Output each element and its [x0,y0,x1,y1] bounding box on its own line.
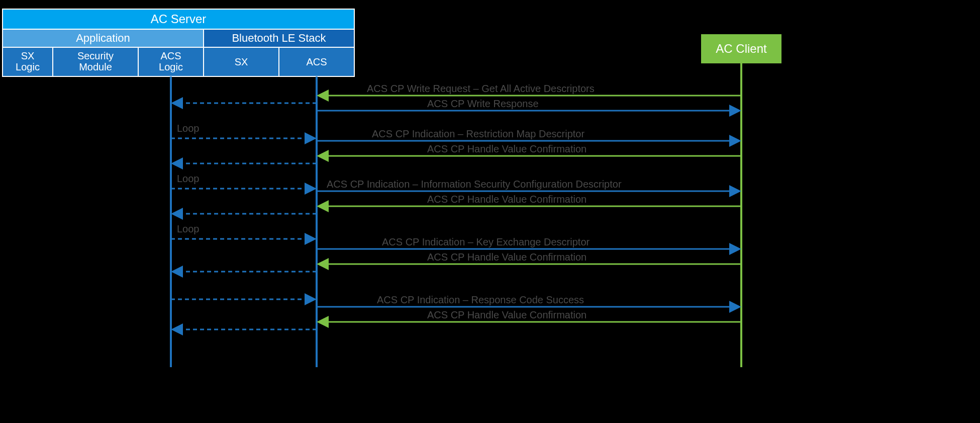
stack-title: Bluetooth LE Stack [232,32,326,44]
client-title: AC Client [716,42,767,55]
label-m2: ACS CP Write Response [427,98,539,109]
label-m5: ACS CP Indication – Information Security… [327,179,622,190]
loop-label-2: Loop [177,173,200,184]
slot-acs-logic-l1: ACS [160,50,181,61]
slot-sx-logic-l2: Logic [16,61,40,72]
label-m3: ACS CP Indication – Restriction Map Desc… [372,128,584,139]
label-m6: ACS CP Handle Value Confirmation [427,194,586,205]
slot-acs-label: ACS [306,56,327,67]
slot-sx-label: SX [235,56,248,67]
loop-label-1: Loop [177,123,200,134]
label-m8: ACS CP Handle Value Confirmation [427,251,586,263]
server-title: AC Server [151,12,207,26]
label-m1: ACS CP Write Request – Get All Active De… [367,83,595,94]
label-m4: ACS CP Handle Value Confirmation [427,143,586,154]
loop-label-3: Loop [177,223,200,234]
slot-sx-logic-l1: SX [21,50,35,61]
slot-security-module-l2: Module [79,61,112,72]
label-m9: ACS CP Indication – Response Code Succes… [377,294,584,305]
slot-security-module-l1: Security [77,50,114,61]
sequence-diagram: AC Server Application SX Logic Security … [0,0,980,423]
slot-acs-logic-l2: Logic [159,61,183,72]
label-m7: ACS CP Indication – Key Exchange Descrip… [382,236,590,247]
application-title: Application [76,32,130,44]
label-m10: ACS CP Handle Value Confirmation [427,309,586,320]
